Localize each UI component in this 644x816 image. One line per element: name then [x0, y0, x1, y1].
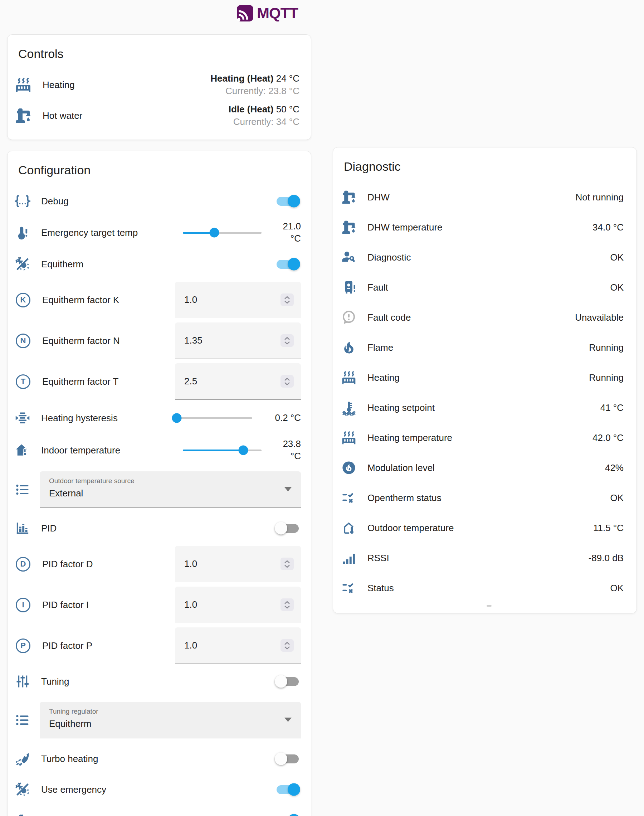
diagnostic-row-dhw[interactable]: DHW Not running — [333, 182, 636, 212]
diagnostic-row-status[interactable]: Status OK — [333, 573, 636, 603]
factor-t-field[interactable] — [175, 363, 301, 400]
chevron-down-icon[interactable] — [284, 605, 290, 609]
dropdown-caret-icon[interactable] — [284, 487, 291, 491]
chevron-down-icon[interactable] — [284, 564, 290, 568]
tuning-regulator-select[interactable]: Tuning regulator Equitherm — [40, 702, 301, 738]
toggle-knob[interactable] — [275, 753, 287, 765]
diagnostic-row-modulation-level[interactable]: Modulation level 42% — [333, 453, 636, 483]
row-value: Not running — [576, 192, 624, 203]
diagnostic-row-flame[interactable]: Flame Running — [333, 333, 636, 362]
row-label: Heating temperature — [368, 433, 592, 443]
dropdown-caret-icon[interactable] — [284, 718, 291, 722]
config-row-heating-hysteresis: Heating hysteresis 0.2 °C — [8, 402, 311, 434]
diagnostic-row-dhw-temperature[interactable]: DHW temperature 34.0 °C — [333, 212, 636, 242]
row-label: Opentherm status — [368, 492, 610, 503]
pid-toggle[interactable] — [276, 524, 299, 533]
configuration-title: Configuration — [8, 151, 311, 186]
factor-k-label: Equitherm factor K — [42, 294, 175, 306]
alpha-n-circle-icon: N — [16, 334, 31, 348]
diagnostic-row-outdoor-temperature[interactable]: Outdoor temperature 11.5 °C — [333, 513, 636, 543]
config-row-factor-t: T Equitherm factor T — [8, 361, 311, 402]
emergency-target-temp-slider[interactable] — [183, 232, 262, 234]
stepper-control[interactable] — [281, 558, 294, 570]
row-label: Flame — [368, 342, 589, 353]
factor-k-input[interactable] — [184, 294, 281, 305]
pid-i-label: PID factor I — [42, 600, 175, 610]
chevron-down-icon[interactable] — [284, 341, 290, 345]
factor-n-field[interactable] — [175, 322, 301, 359]
config-row-use-emergency: Use emergency — [8, 774, 311, 805]
chevron-down-icon[interactable] — [284, 382, 290, 385]
pid-i-input[interactable] — [184, 599, 281, 610]
slider-thumb[interactable] — [172, 413, 181, 423]
slider-thumb[interactable] — [210, 228, 219, 238]
turbo-heating-toggle[interactable] — [276, 755, 299, 763]
alpha-p-circle-icon: P — [16, 638, 31, 653]
chevron-up-icon[interactable] — [284, 601, 290, 604]
water-pump-icon — [341, 219, 357, 235]
hot-water-label: Hot water — [43, 110, 228, 121]
debug-toggle[interactable] — [276, 197, 299, 206]
row-label: RSSI — [368, 552, 589, 564]
emergency-target-temp-value: 21.0 °C — [271, 221, 301, 245]
equitherm-toggle[interactable] — [276, 260, 299, 269]
stepper-control[interactable] — [281, 375, 294, 388]
diagnostic-row-heating-temperature[interactable]: Heating temperature 42.0 °C — [333, 423, 636, 453]
diagnostic-row-heating[interactable]: Heating Running — [333, 362, 636, 393]
indoor-temperature-slider[interactable] — [183, 449, 262, 451]
chevron-up-icon[interactable] — [284, 377, 290, 381]
config-row-outdoor-source: Outdoor temperature source External — [8, 466, 311, 513]
row-label: DHW — [368, 192, 576, 203]
use-emergency-toggle[interactable] — [276, 785, 299, 794]
toggle-knob[interactable] — [288, 784, 300, 796]
heating-hysteresis-slider[interactable] — [173, 417, 252, 419]
config-row-pid: PID — [8, 513, 311, 544]
stepper-control[interactable] — [281, 639, 294, 652]
factor-t-input[interactable] — [184, 376, 281, 387]
tuning-toggle[interactable] — [276, 677, 299, 686]
pid-d-input[interactable] — [184, 558, 281, 569]
diagnostic-row-fault-code[interactable]: Fault code Unavailable — [333, 302, 636, 333]
pid-p-input[interactable] — [184, 640, 281, 651]
row-value: OK — [610, 492, 624, 503]
emergency-target-temp-label: Emergency target temp — [41, 227, 183, 238]
chevron-up-icon[interactable] — [284, 560, 290, 564]
toggle-knob[interactable] — [288, 195, 300, 207]
diagnostic-row-rssi[interactable]: RSSI -89.0 dB — [333, 543, 636, 573]
toggle-knob[interactable] — [288, 258, 300, 271]
factor-n-input[interactable] — [184, 335, 281, 346]
heating-current: Currently: 23.8 °C — [210, 85, 299, 97]
diagnostic-row-heating-setpoint[interactable]: Heating setpoint 41 °C — [333, 393, 636, 423]
chevron-up-icon[interactable] — [284, 296, 290, 299]
pid-p-field[interactable] — [175, 627, 301, 664]
factor-k-field[interactable] — [175, 282, 301, 318]
chevron-up-icon[interactable] — [284, 642, 290, 645]
row-value: 41 °C — [600, 402, 624, 413]
chevron-up-icon[interactable] — [284, 337, 290, 341]
outdoor-source-select-value: External — [49, 488, 279, 499]
diagnostic-row-fault[interactable]: Fault OK — [333, 272, 636, 302]
slider-thumb[interactable] — [239, 446, 248, 455]
stepper-control[interactable] — [281, 598, 294, 611]
stepper-control[interactable] — [281, 293, 294, 306]
row-value: 42% — [605, 462, 624, 474]
mqtt-logo: MQTT — [236, 4, 298, 22]
list-bulleted-icon — [15, 482, 31, 497]
factor-n-label: Equitherm factor N — [42, 335, 175, 347]
chevron-down-icon[interactable] — [284, 300, 290, 304]
stepper-control[interactable] — [281, 334, 294, 347]
toggle-knob[interactable] — [288, 814, 300, 816]
histogram-icon — [15, 520, 31, 536]
outdoor-source-select[interactable]: Outdoor temperature source External — [40, 471, 301, 508]
toggle-knob[interactable] — [275, 675, 287, 688]
mqtt-logo-icon — [236, 4, 254, 22]
controls-row-heating[interactable]: Heating Heating (Heat) 24 °C Currently: … — [8, 69, 311, 100]
diagnostic-row-diagnostic[interactable]: Diagnostic OK — [333, 242, 636, 272]
controls-row-hot-water[interactable]: Hot water Idle (Heat) 50 °C Currently: 3… — [8, 100, 311, 131]
chevron-down-icon[interactable] — [284, 646, 290, 650]
debug-label: Debug — [41, 196, 276, 207]
diagnostic-row-opentherm-status[interactable]: Opentherm status OK — [333, 483, 636, 513]
pid-i-field[interactable] — [175, 587, 301, 623]
pid-d-field[interactable] — [175, 546, 301, 582]
toggle-knob[interactable] — [275, 522, 287, 535]
